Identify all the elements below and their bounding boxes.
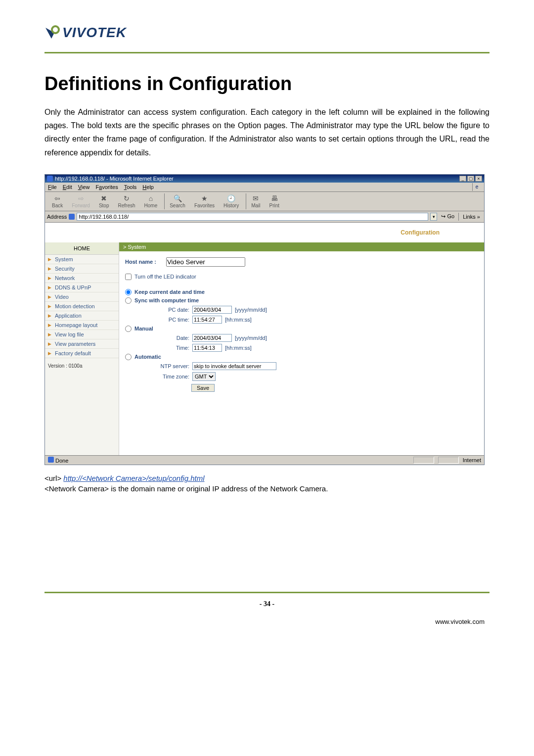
pctime-input[interactable] xyxy=(192,316,222,324)
menu-view[interactable]: View xyxy=(78,184,90,190)
sidebar-item-viewparams[interactable]: ▶View parameters xyxy=(45,339,119,349)
arrow-icon: ▶ xyxy=(48,276,53,281)
refresh-icon: ↻ xyxy=(122,194,131,202)
site-url: www.vivotek.com xyxy=(44,608,490,625)
forward-button[interactable]: ⇨Forward xyxy=(68,193,94,209)
version-label: Version : 0100a xyxy=(45,358,119,374)
radio-sync[interactable] xyxy=(125,297,132,304)
config-url-link[interactable]: http://<Network Camera>/setup/config.htm… xyxy=(63,474,204,482)
time-input[interactable] xyxy=(192,344,222,352)
status-zone: Internet xyxy=(463,457,481,463)
sidebar-item-homepage[interactable]: ▶Homepage layout xyxy=(45,321,119,330)
save-button[interactable]: Save xyxy=(191,384,215,392)
brand-logo: VIVOTEK xyxy=(44,25,127,41)
arrow-icon: ▶ xyxy=(48,257,53,262)
logo-mark-icon xyxy=(44,25,60,41)
forward-icon: ⇨ xyxy=(77,194,86,202)
logo-bar: VIVOTEK xyxy=(44,20,490,53)
hostname-input[interactable] xyxy=(166,257,245,267)
sidebar-item-factory[interactable]: ▶Factory default xyxy=(45,349,119,358)
refresh-button[interactable]: ↻Refresh xyxy=(114,193,139,209)
time-hint: [hh:mm:ss] xyxy=(225,345,252,351)
sidebar-item-network[interactable]: ▶Network xyxy=(45,274,119,283)
sidebar-item-ddns[interactable]: ▶DDNS & UPnP xyxy=(45,283,119,292)
section-header: > System xyxy=(119,242,484,251)
sidebar-item-security[interactable]: ▶Security xyxy=(45,264,119,274)
page-content: Configuration HOME ▶System ▶Security ▶Ne… xyxy=(45,223,484,455)
address-bar: Address ▾ ↪ Go Links » xyxy=(45,211,484,223)
sidebar-item-viewlog[interactable]: ▶View log file xyxy=(45,330,119,339)
history-button[interactable]: 🕘History xyxy=(220,193,243,209)
pcdate-input[interactable] xyxy=(192,306,232,314)
maximize-button[interactable]: ▢ xyxy=(467,176,474,182)
ntp-input[interactable] xyxy=(192,362,276,370)
toolbar: ⇦Back ⇨Forward ✖Stop ↻Refresh ⌂Home 🔍Sea… xyxy=(45,192,484,211)
page-title: Definitions in Configuration xyxy=(44,73,490,94)
configuration-heading: Configuration xyxy=(400,229,440,236)
tz-select[interactable]: GMT xyxy=(192,372,216,381)
note-line: <Network Camera> is the domain name or o… xyxy=(44,484,490,493)
search-button[interactable]: 🔍Search xyxy=(164,193,189,209)
status-cell xyxy=(438,457,459,464)
back-button[interactable]: ⇦Back xyxy=(48,193,67,209)
sidebar-item-system[interactable]: ▶System xyxy=(45,255,119,264)
browser-window: http://192.168.0.118/ - Microsoft Intern… xyxy=(44,174,485,465)
stop-icon: ✖ xyxy=(99,194,108,202)
menu-tools[interactable]: Tools xyxy=(124,184,137,190)
minimize-button[interactable]: _ xyxy=(459,176,466,182)
pctime-label: PC time: xyxy=(155,317,189,323)
radio-auto[interactable] xyxy=(125,354,132,360)
go-button[interactable]: ↪ Go xyxy=(439,213,456,220)
radio-auto-label: Automatic xyxy=(134,354,161,360)
sidebar: HOME ▶System ▶Security ▶Network ▶DDNS & … xyxy=(45,242,119,455)
sidebar-item-application[interactable]: ▶Application xyxy=(45,311,119,321)
links-button[interactable]: Links » xyxy=(461,213,482,220)
print-button[interactable]: 🖶Print xyxy=(265,193,283,209)
arrow-icon: ▶ xyxy=(48,294,53,299)
menu-file[interactable]: File xyxy=(48,184,57,190)
pcdate-label: PC date: xyxy=(155,307,189,313)
sidebar-home[interactable]: HOME xyxy=(45,242,119,255)
mail-icon: ✉ xyxy=(251,194,260,202)
home-button[interactable]: ⌂Home xyxy=(140,193,162,209)
page-number: - 34 - xyxy=(44,592,490,608)
radio-sync-label: Sync with computer time xyxy=(134,297,199,303)
address-dropdown[interactable]: ▾ xyxy=(430,213,437,221)
arrow-icon: ▶ xyxy=(48,304,53,309)
status-ie-icon xyxy=(48,457,54,463)
svg-point-0 xyxy=(52,26,59,33)
menu-favorites[interactable]: Favorites xyxy=(95,184,118,190)
window-titlebar: http://192.168.0.118/ - Microsoft Intern… xyxy=(45,175,484,183)
arrow-icon: ▶ xyxy=(48,341,53,346)
print-icon: 🖶 xyxy=(270,194,279,202)
menu-help[interactable]: Help xyxy=(142,184,154,190)
sidebar-item-motion[interactable]: ▶Motion detection xyxy=(45,302,119,311)
close-button[interactable]: × xyxy=(475,176,482,182)
arrow-icon: ▶ xyxy=(48,285,53,290)
status-text: Done xyxy=(55,458,68,464)
time-label: Time: xyxy=(155,345,189,351)
led-checkbox[interactable] xyxy=(125,274,132,280)
favorites-icon: ★ xyxy=(200,194,209,202)
hostname-label: Host name : xyxy=(125,259,156,265)
menu-edit[interactable]: Edit xyxy=(63,184,72,190)
status-cell xyxy=(413,457,434,464)
menubar: File Edit View Favorites Tools Help e xyxy=(45,183,484,192)
favorites-button[interactable]: ★Favorites xyxy=(190,193,219,209)
stop-button[interactable]: ✖Stop xyxy=(95,193,113,209)
ie-icon xyxy=(47,176,53,182)
address-input[interactable] xyxy=(77,213,428,221)
date-input[interactable] xyxy=(192,334,232,342)
sidebar-item-video[interactable]: ▶Video xyxy=(45,292,119,302)
back-icon: ⇦ xyxy=(53,194,62,202)
home-icon: ⌂ xyxy=(146,194,155,202)
intro-paragraph: Only the Administrator can access system… xyxy=(44,105,490,159)
radio-keep[interactable] xyxy=(125,289,132,295)
date-hint: [yyyy/mm/dd] xyxy=(235,335,267,341)
ie-throbber-icon: e xyxy=(472,183,481,191)
radio-manual[interactable] xyxy=(125,326,132,332)
address-icon xyxy=(69,214,75,220)
led-label: Turn off the LED indicator xyxy=(134,274,196,280)
mail-button[interactable]: ✉Mail xyxy=(246,193,264,209)
ntp-label: NTP server: xyxy=(155,363,189,369)
